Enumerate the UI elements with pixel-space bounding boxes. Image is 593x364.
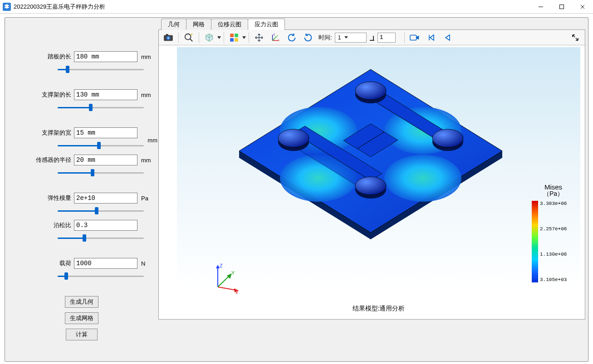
contour-style-icon[interactable] [226, 31, 242, 44]
svg-text:Y: Y [277, 34, 279, 37]
close-button[interactable] [572, 0, 593, 14]
svg-rect-14 [410, 35, 417, 40]
svg-line-38 [218, 287, 236, 290]
param-input[interactable] [74, 155, 137, 165]
coordinate-triad-icon: Z X Y [209, 262, 240, 294]
legend-bar [532, 201, 538, 282]
param-unit: mm [137, 92, 151, 98]
svg-rect-9 [235, 38, 238, 42]
record-icon[interactable] [407, 31, 422, 44]
view-cube-dropdown[interactable] [217, 31, 221, 44]
param-slider[interactable] [58, 207, 144, 215]
generate-geometry-button[interactable]: 生成几何 [65, 296, 98, 308]
param-row: 支撑架的长mm [9, 89, 155, 100]
generate-mesh-button[interactable]: 生成网格 [65, 312, 98, 324]
param-row: 泊松比 [9, 220, 155, 231]
rotate-ccw-icon[interactable] [284, 31, 299, 44]
param-row: 支撑架的宽 [9, 127, 155, 138]
tab-0[interactable]: 几何 [161, 19, 186, 30]
param-slider-wrap: mm [58, 140, 155, 151]
svg-text:Z: Z [273, 33, 275, 36]
color-legend: Mises （Pa） 3.383e+062.257e+061.130e+063.… [532, 183, 575, 282]
step-end-icon[interactable] [368, 31, 377, 44]
svg-rect-7 [235, 34, 238, 37]
viewer-area: 几何网格位移云图应力云图 [158, 18, 588, 361]
param-slider[interactable] [58, 103, 144, 112]
play-reverse-icon[interactable] [440, 31, 455, 44]
param-input[interactable] [74, 220, 137, 231]
param-row: 传感器的半径mm [9, 155, 155, 165]
param-slider-wrap [58, 270, 155, 281]
zoom-icon[interactable] [181, 31, 196, 44]
viewer-canvas[interactable]: Z X Y Mises （Pa） [177, 47, 580, 316]
pan-icon[interactable] [251, 31, 267, 44]
param-row: 踏板的长mm [9, 51, 155, 62]
param-unit: mm [137, 53, 151, 60]
param-unit: mm [147, 137, 157, 144]
param-row: 弹性模量Pa [9, 193, 155, 204]
svg-marker-36 [216, 265, 220, 268]
stress-contour-model [235, 65, 507, 255]
minimize-button[interactable] [530, 0, 551, 14]
legend-tick: 3.105e+03 [540, 277, 567, 282]
tabbar: 几何网格位移云图应力云图 [158, 19, 588, 29]
param-slider[interactable] [58, 169, 144, 177]
maximize-button[interactable] [551, 0, 572, 14]
expand-icon[interactable] [568, 31, 583, 44]
svg-text:Y: Y [231, 270, 235, 276]
titlebar: 2022200329王嘉乐电子秤静力分析 [0, 0, 593, 14]
legend-unit: （Pa） [532, 190, 575, 198]
param-slider-wrap [58, 63, 155, 75]
svg-text:Z: Z [220, 263, 223, 268]
param-label: 传感器的半径 [9, 156, 74, 164]
param-label: 弹性模量 [9, 194, 74, 202]
view-cube-icon[interactable] [201, 31, 217, 44]
svg-text:X: X [278, 39, 280, 42]
param-unit: Pa [137, 195, 151, 202]
tab-2[interactable]: 位移云图 [211, 19, 248, 30]
result-caption: 结果模型:通用分析 [177, 305, 580, 313]
svg-point-34 [355, 177, 386, 195]
param-input[interactable] [74, 51, 137, 62]
svg-rect-6 [230, 34, 234, 37]
tab-1[interactable]: 网格 [186, 19, 211, 30]
param-input[interactable] [74, 193, 137, 204]
param-label: 泊松比 [9, 221, 74, 229]
param-label: 支撑架的宽 [9, 129, 74, 137]
param-input[interactable] [74, 89, 137, 100]
param-slider-wrap [58, 205, 155, 216]
param-slider[interactable] [58, 141, 144, 150]
svg-point-32 [278, 129, 309, 147]
contour-style-dropdown[interactable] [242, 31, 246, 44]
svg-line-41 [218, 276, 230, 287]
stress-contour-panel: ZXY 时间: 1 [158, 29, 585, 320]
compute-button[interactable]: 计算 [66, 329, 98, 340]
svg-point-3 [167, 37, 170, 39]
param-unit: mm [137, 157, 151, 164]
svg-rect-8 [230, 38, 234, 42]
param-slider[interactable] [58, 234, 144, 242]
app-icon [3, 3, 11, 11]
step-input[interactable] [377, 33, 396, 43]
svg-rect-13 [373, 36, 374, 40]
legend-tick: 1.130e+06 [540, 252, 567, 257]
camera-icon[interactable] [161, 31, 176, 44]
param-unit: N [137, 260, 151, 267]
param-slider[interactable] [58, 272, 144, 280]
rotate-cw-icon[interactable] [300, 31, 316, 44]
param-slider-wrap [58, 232, 155, 243]
param-slider-wrap [58, 102, 155, 113]
time-select[interactable]: 1 [335, 33, 367, 43]
axes-icon[interactable]: ZXY [268, 31, 283, 44]
svg-point-5 [185, 34, 191, 39]
param-input[interactable] [74, 127, 137, 138]
skip-start-icon[interactable] [423, 31, 439, 44]
param-input[interactable] [74, 258, 137, 269]
svg-point-30 [432, 129, 463, 147]
param-label: 支撑架的长 [9, 91, 74, 99]
param-slider[interactable] [58, 65, 144, 73]
tab-3[interactable]: 应力云图 [248, 19, 285, 30]
svg-text:X: X [235, 290, 239, 294]
legend-tick: 3.383e+06 [540, 201, 567, 206]
svg-rect-0 [560, 5, 564, 9]
